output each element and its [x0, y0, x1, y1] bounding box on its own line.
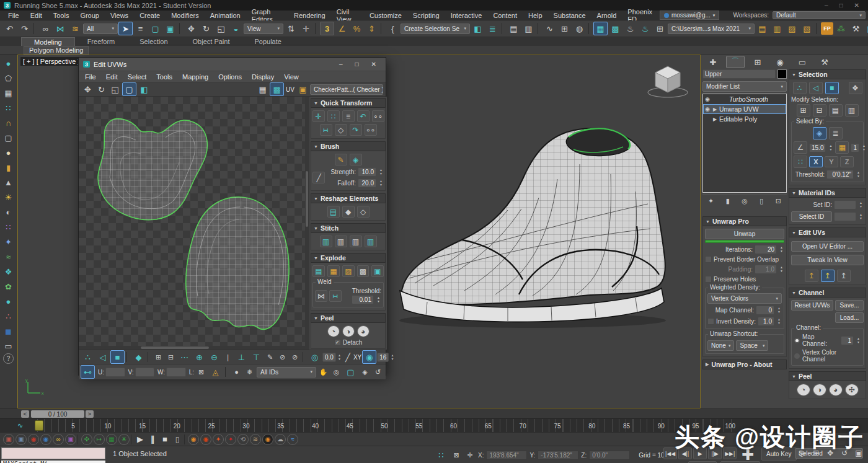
material-id-filter-dropdown[interactable]: All IDs▾	[257, 367, 316, 377]
prevent-border-overlap-checkbox[interactable]	[705, 256, 712, 263]
uv-move-icon[interactable]: ✥	[81, 83, 94, 95]
tab-modify[interactable]: ⌒	[726, 56, 745, 68]
rollout-header[interactable]: Edit UVs	[789, 227, 866, 237]
rail-particles-tool-icon[interactable]: ∷	[1, 219, 16, 234]
planar-angle-field[interactable]: 15.0	[809, 143, 826, 152]
uv-scale-icon[interactable]: ◱	[108, 83, 122, 95]
menu-item[interactable]: Group	[74, 12, 105, 19]
pick-texture-icon[interactable]: ▣	[296, 83, 309, 95]
stitch-target-icon[interactable]: ▥	[365, 236, 377, 247]
forest-pack-icon[interactable]: ⁂	[834, 22, 848, 35]
y-coordinate-field[interactable]: -173'5.182"	[538, 451, 578, 460]
qt-align-vertical-icon[interactable]: ≡	[342, 110, 355, 122]
rail-container-tool-icon[interactable]: ◼	[1, 324, 16, 338]
fx-flame-1-icon[interactable]: ◉	[188, 434, 199, 445]
rollout-header[interactable]: Channel	[789, 288, 866, 298]
rail-foliage-tool-icon[interactable]: ✿	[1, 279, 16, 294]
relax-until-flat-icon[interactable]: ◆	[342, 206, 355, 218]
sel-vertex-icon[interactable]: ∴	[793, 82, 807, 94]
ribbon-tab[interactable]: Selection	[127, 37, 180, 46]
named-selection-sets-dropdown[interactable]: Create Selection Se▾	[401, 24, 470, 34]
weld-all-icon[interactable]: ∺	[329, 290, 342, 302]
rail-multi-tool-icon[interactable]: ∴	[1, 309, 16, 324]
stitch-average-icon[interactable]: ▥	[335, 236, 347, 247]
uv-select-loop-icon[interactable]: ⋯	[177, 350, 192, 364]
rail-cylinder-tool-icon[interactable]: ▮	[1, 160, 16, 175]
axis-constraint-button[interactable]: Z	[840, 156, 854, 167]
selection-lock-toggle-icon[interactable]: ⊠	[451, 450, 462, 461]
shoe-3d-model[interactable]	[390, 105, 675, 334]
shortcut-modifier-dropdown[interactable]: None▾	[707, 340, 734, 351]
uv-zoom-icon[interactable]: ◎	[330, 366, 342, 377]
uv-zoom-region-icon[interactable]: ▢	[343, 365, 358, 379]
fx-follow-path-icon[interactable]: ↦	[94, 434, 105, 445]
select-by-name-icon[interactable]: ≡	[133, 22, 148, 35]
uv-channel-label[interactable]: UV	[286, 86, 294, 93]
rollout-header[interactable]: Unwrap Pro	[702, 216, 787, 226]
save-button[interactable]: Save...	[835, 300, 864, 311]
straighten-selection-icon[interactable]: ▤	[327, 206, 340, 218]
workspace-dropdown[interactable]: Default ▾	[773, 11, 866, 19]
list-manager-icon[interactable]: ▤	[864, 22, 868, 35]
quick-transform-map-icon[interactable]: ↥	[837, 270, 851, 282]
fx-smoke-sim-icon[interactable]: ▣	[16, 434, 27, 445]
peel-mode-icon[interactable]: ◑	[813, 384, 826, 396]
quick-planar-map-icon[interactable]: ↥	[805, 270, 818, 282]
current-frame-display[interactable]: 0 / 100	[31, 410, 84, 418]
rail-bin-tool-icon[interactable]: ▭	[1, 338, 16, 353]
uv-paint-select-add-icon[interactable]: ⊘	[277, 351, 288, 363]
expand-arrow-icon[interactable]: ▶	[713, 107, 717, 112]
maximize-button[interactable]: □	[839, 2, 843, 9]
xy-falloff-space-label[interactable]: XY	[353, 354, 361, 361]
configure-modifier-sets-icon[interactable]: ⊡	[773, 196, 784, 206]
pelt-map-icon[interactable]: ◕	[357, 325, 370, 337]
uv-polygon-mode-icon[interactable]: ■	[110, 350, 125, 364]
invert-density-checkbox[interactable]	[707, 318, 714, 325]
menu-item[interactable]: Help	[523, 12, 548, 19]
schematic-view-icon[interactable]: ⊞	[557, 22, 572, 35]
select-and-move-icon[interactable]: ✥	[184, 22, 198, 35]
ribbon-tab[interactable]: Object Paint	[180, 37, 242, 46]
minimize-button[interactable]: –	[825, 2, 828, 9]
previous-frame-button[interactable]: <	[21, 410, 29, 418]
uv-rotate-icon[interactable]: ↻	[95, 83, 108, 95]
reference-coordinate-dropdown[interactable]: View▾	[244, 24, 283, 34]
fx-sand-icon[interactable]: ≋	[250, 434, 261, 445]
phoenix-fd-button[interactable]: FP	[821, 22, 833, 35]
undo-icon[interactable]: ↶	[2, 22, 17, 35]
select-and-manipulate-icon[interactable]: ✛	[299, 22, 313, 35]
weld-threshold-field[interactable]: 0.01	[352, 295, 374, 304]
peel-quick-icon[interactable]: ◔	[797, 384, 810, 396]
tools-icon[interactable]: ⚒	[849, 22, 863, 35]
toggle-scene-explorer-icon[interactable]: ▤	[507, 22, 521, 35]
map-channel-field[interactable]: 1	[841, 336, 854, 345]
rail-magnet-tool-icon[interactable]: ∩	[1, 115, 16, 130]
vertical-scrollbar[interactable]	[305, 97, 309, 350]
wd-map-channel-field[interactable]: 0	[756, 306, 774, 315]
toggle-layer-explorer-icon[interactable]: ▥	[521, 22, 536, 35]
fx-ocean-icon[interactable]: ▣	[65, 434, 76, 445]
render-iterative-icon[interactable]: ♨	[638, 22, 652, 35]
rollout-header[interactable]: Quick Transform	[311, 98, 386, 108]
dialog-maximize-button[interactable]: □	[355, 61, 359, 68]
rail-grid-tool-icon[interactable]: ▦	[1, 86, 16, 100]
brush-falloff-field[interactable]: 20.0	[358, 179, 376, 188]
select-id-button[interactable]: Select ID	[791, 211, 832, 222]
uv-hide-icon[interactable]: ●	[231, 366, 242, 377]
flatten-mapping-icon[interactable]: ▨	[342, 265, 355, 277]
rail-cone-tool-icon[interactable]: ▲	[1, 175, 16, 190]
reset-uvws-button[interactable]: Reset UVWs	[791, 300, 833, 311]
select-object-icon[interactable]: ➤	[118, 22, 133, 35]
menu-item[interactable]: Scripting	[407, 12, 445, 19]
dialog-titlebar[interactable]: 3 Edit UVWs – □ ✕	[79, 58, 386, 71]
horizontal-scrollbar[interactable]	[79, 346, 305, 350]
rollout-header[interactable]: Reshape Elements	[311, 193, 386, 203]
select-and-rotate-icon[interactable]: ↻	[199, 22, 213, 35]
sel-polygon-icon[interactable]: ■	[825, 82, 839, 94]
tab-create[interactable]: ✚	[704, 56, 722, 68]
weld-selected-icon[interactable]: ⋈	[315, 290, 327, 302]
fx-burn-icon[interactable]: ✦	[213, 434, 224, 445]
uv-shrink-loop-icon[interactable]: ⊖	[207, 350, 221, 364]
preserve-holes-checkbox[interactable]	[705, 276, 712, 283]
fx-splash-icon[interactable]: ≈	[287, 434, 298, 445]
